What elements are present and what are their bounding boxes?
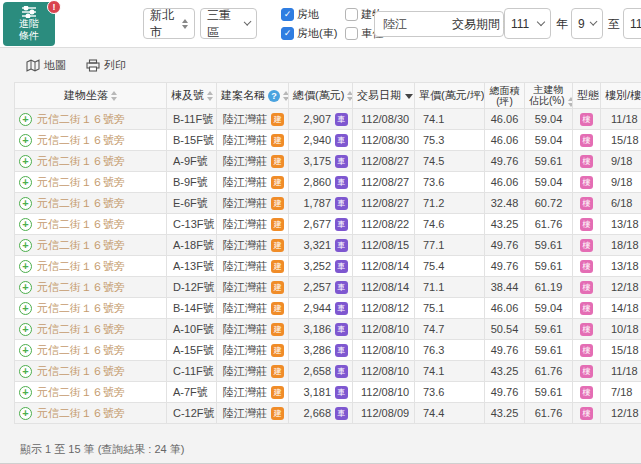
table-row[interactable]: + 元信二街１６號旁 D-12F號 陸江灣莊 建 2,257 車 112/08/… [15,277,641,298]
sort-icon[interactable] [111,91,117,101]
expand-row-icon[interactable]: + [19,260,32,273]
table-row[interactable]: + 元信二街１６號旁 A-9F號 陸江灣莊 建 3,175 車 112/08/2… [15,151,641,172]
expand-row-icon[interactable]: + [19,365,32,378]
header-unit[interactable]: 棟及號 [167,83,217,109]
help-icon[interactable]: ? [268,90,280,102]
header-date[interactable]: 交易日期 [353,83,415,109]
project-info-badge[interactable]: 建 [271,260,284,273]
expand-row-icon[interactable]: + [19,386,32,399]
table-row[interactable]: + 元信二街１６號旁 A-10F號 陸江灣莊 建 3,186 車 112/08/… [15,319,641,340]
header-area[interactable]: 總面積 (坪) [485,83,525,109]
project-info-badge[interactable]: 建 [271,176,284,189]
expand-row-icon[interactable]: + [19,134,32,147]
district-select[interactable]: 三重區 [200,8,257,39]
checkbox-land-building-parking[interactable]: ✓ 房地(車) [281,26,337,41]
header-unit-price[interactable]: 單價(萬元/坪) [415,83,485,109]
address-cell: + 元信二街１６號旁 [15,298,167,319]
expand-row-icon[interactable]: + [19,302,32,315]
updown-arrows-icon [182,19,188,29]
table-row[interactable]: + 元信二街１６號旁 A-18F號 陸江灣莊 建 3,321 車 112/08/… [15,235,641,256]
unit-price-cell: 77.1 [415,235,485,256]
address-cell: + 元信二街１６號旁 [15,256,167,277]
project-info-badge[interactable]: 建 [271,407,284,420]
expand-row-icon[interactable]: + [19,197,32,210]
area-cell: 50.54 [485,319,525,340]
project-info-badge[interactable]: 建 [271,113,284,126]
city-select[interactable]: 新北市 [143,8,195,39]
total-price-value: 2,257 [303,281,331,293]
address-cell: + 元信二街１６號旁 [15,403,167,424]
unit-cell: D-12F號 [167,277,217,298]
map-view-button[interactable]: 地圖 [26,58,66,73]
sort-icon[interactable] [207,91,213,101]
expand-row-icon[interactable]: + [19,113,32,126]
project-info-badge[interactable]: 建 [271,386,284,399]
project-info-badge[interactable]: 建 [271,197,284,210]
table-row[interactable]: + 元信二街１６號旁 E-6F號 陸江灣莊 建 1,787 車 112/08/2… [15,193,641,214]
table-row[interactable]: + 元信二街１６號旁 B-14F號 陸江灣莊 建 2,944 車 112/08/… [15,298,641,319]
table-row[interactable]: + 元信二街１６號旁 B-9F號 陸江灣莊 建 2,860 車 112/08/2… [15,172,641,193]
project-info-badge[interactable]: 建 [271,302,284,315]
sort-icon[interactable] [283,91,289,101]
table-row[interactable]: + 元信二街１６號旁 B-11F號 陸江灣莊 建 2,907 車 112/08/… [15,109,641,130]
address-text: 元信二街１６號旁 [37,406,125,421]
unit-cell: C-12F號 [167,403,217,424]
area-cell: 38.44 [485,277,525,298]
address-cell: + 元信二街１６號旁 [15,361,167,382]
total-price-cell: 3,286 車 [289,340,353,361]
unit-price-cell: 74.4 [415,403,485,424]
sort-desc-icon[interactable] [405,94,413,99]
expand-row-icon[interactable]: + [19,344,32,357]
floor-cell: 13/18 [601,214,641,235]
header-total-price[interactable]: 總價(萬元) [289,83,353,109]
table-row[interactable]: + 元信二街１６號旁 B-15F號 陸江灣莊 建 2,940 車 112/08/… [15,130,641,151]
building-type-badge: 樓 [580,407,593,420]
header-project[interactable]: 建案名稱? [217,83,289,109]
project-info-badge[interactable]: 建 [271,134,284,147]
total-price-cell: 3,181 車 [289,382,353,403]
project-cell: 陸江灣莊 建 [217,277,289,298]
project-info-badge[interactable]: 建 [271,344,284,357]
expand-row-icon[interactable]: + [19,281,32,294]
year-from-select[interactable]: 111 [504,8,551,39]
table-row[interactable]: + 元信二街１６號旁 A-7F號 陸江灣莊 建 3,181 車 112/08/1… [15,382,641,403]
area-cell: 49.76 [485,256,525,277]
header-address[interactable]: 建物坐落 [15,83,167,109]
expand-row-icon[interactable]: + [19,407,32,420]
table-row[interactable]: + 元信二街１６號旁 C-12F號 陸江灣莊 建 2,668 車 112/08/… [15,403,641,424]
project-info-badge[interactable]: 建 [271,281,284,294]
sort-icon[interactable] [568,97,573,107]
type-cell: 樓 [573,151,601,172]
expand-row-icon[interactable]: + [19,239,32,252]
main-ratio-cell: 59.61 [525,319,573,340]
parking-included-badge: 車 [335,155,348,168]
project-info-badge[interactable]: 建 [271,155,284,168]
print-button[interactable]: 列印 [86,58,126,73]
date-cell: 112/08/30 [353,130,415,151]
total-price-cell: 2,257 車 [289,277,353,298]
advanced-filters-button[interactable]: 進階 條件 ! [3,2,55,46]
table-row[interactable]: + 元信二街１６號旁 C-13F號 陸江灣莊 建 2,677 車 112/08/… [15,214,641,235]
parking-included-badge: 車 [335,218,348,231]
project-info-badge[interactable]: 建 [271,323,284,336]
month-from-select[interactable]: 9 [571,8,603,39]
expand-row-icon[interactable]: + [19,218,32,231]
table-row[interactable]: + 元信二街１６號旁 A-15F號 陸江灣莊 建 3,286 車 112/08/… [15,340,641,361]
address-text: 元信二街１６號旁 [37,364,125,379]
table-row[interactable]: + 元信二街１６號旁 A-13F號 陸江灣莊 建 3,252 車 112/08/… [15,256,641,277]
expand-row-icon[interactable]: + [19,176,32,189]
checkbox-checked-icon: ✓ [281,27,294,40]
checkbox-land-building[interactable]: ✓ 房地 [281,7,337,22]
year-to-select[interactable]: 112 [623,8,641,39]
sort-icon[interactable] [347,91,352,101]
expand-row-icon[interactable]: + [19,155,32,168]
project-cell: 陸江灣莊 建 [217,319,289,340]
expand-row-icon[interactable]: + [19,323,32,336]
project-info-badge[interactable]: 建 [271,218,284,231]
table-row[interactable]: + 元信二街１６號旁 C-11F號 陸江灣莊 建 2,658 車 112/08/… [15,361,641,382]
project-cell: 陸江灣莊 建 [217,235,289,256]
header-main-ratio[interactable]: 主建物 佔比(%) [525,83,573,109]
project-info-badge[interactable]: 建 [271,239,284,252]
project-info-badge[interactable]: 建 [271,365,284,378]
unit-cell: A-18F號 [167,235,217,256]
